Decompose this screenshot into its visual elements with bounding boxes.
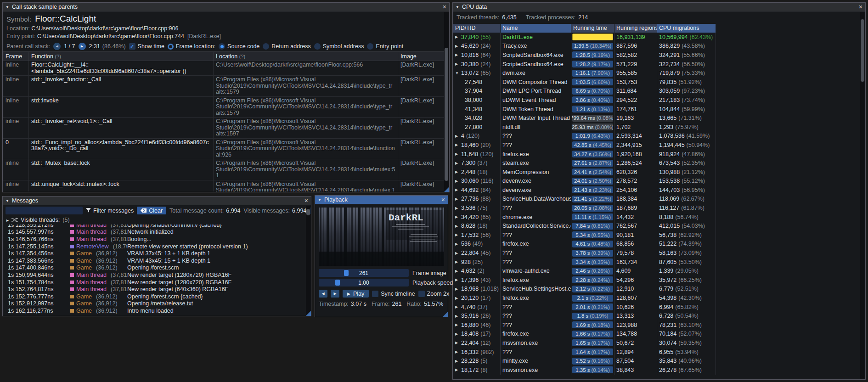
resize-grip[interactable] (443, 312, 448, 317)
radio-source-code[interactable]: Source code (219, 43, 259, 50)
expand-row-icon[interactable]: ▶ (455, 170, 461, 174)
cpu-row[interactable]: ▶7,300(37)steam.exe27.61 s(2.87%)1,286,5… (453, 158, 860, 168)
col-header-image[interactable]: Image (398, 52, 444, 61)
collapse-icon[interactable]: ▼ (6, 199, 9, 203)
cpu-row[interactable]: 34,028DWM Master Input Thread799.64 ms(0… (453, 113, 860, 123)
cpu-row[interactable]: ▶18,172(8)msvsmon.exe1.35 s(0.14%)38,843… (453, 365, 860, 375)
help-icon[interactable]: (?) (239, 54, 245, 59)
cpu-column-header[interactable]: Name (501, 24, 571, 33)
zoom-2x-checkbox[interactable]: Zoom 2x (418, 291, 450, 297)
collapse-icon[interactable]: ▼ (6, 5, 9, 9)
expand-row-icon[interactable]: ▶ (455, 224, 461, 228)
cpu-row[interactable]: 41,348DWM Token Thread1.21 s(0.13%)174,7… (453, 105, 860, 114)
expand-row-icon[interactable]: ▶ (455, 287, 461, 291)
cpu-row[interactable]: ▶16,332(982)???1.64 s(0.17%)12,8946,955(… (453, 348, 860, 357)
sync-timeline-checkbox[interactable]: Sync timeline (372, 291, 415, 297)
expand-row-icon[interactable]: ▶ (455, 215, 461, 219)
play-button[interactable]: ▶ Play (343, 290, 369, 298)
frame-image-slider[interactable]: 261 (319, 269, 409, 277)
cpu-row[interactable]: ▶10,816(64)ScriptedSandbox64.exe1:28.5(9… (453, 51, 860, 60)
resize-grip[interactable] (444, 187, 449, 192)
cpu-row[interactable]: ▶22,804(45)???3.78 s(0.39%)79,57858,163(… (453, 248, 860, 258)
message-row[interactable]: 1s 146,576,766nsMain thread(37,812)Booti… (3, 236, 306, 243)
expand-row-icon[interactable]: ▶ (455, 62, 461, 66)
expand-row-icon[interactable]: ▶ (455, 134, 461, 138)
cpu-row[interactable]: ▶11,648(120)firefox.exe34.27 s(3.56%)1,9… (453, 150, 860, 159)
show-time-checkbox[interactable]: ✓ Show time (129, 43, 164, 50)
callstack-frame-row[interactable]: inlinestd::_Invoker_functor::_CallC:\Pro… (3, 76, 444, 97)
callstack-frame-row[interactable]: inlinestd::_Mutex_base::lockC:\Program F… (3, 159, 444, 180)
cpu-row[interactable]: ▶34,420(65)chrome.exe11.11 s(1.15%)14,43… (453, 213, 860, 222)
cpu-row[interactable]: ▶17,396(43)firefox.exe2.28 s(0.24%)54,29… (453, 275, 860, 285)
cpu-row[interactable]: ▶45,620(24)Tracy.exe1:39.5(10.34%)887,59… (453, 42, 860, 51)
radio-entry-point[interactable]: Entry point (367, 43, 403, 50)
message-row[interactable]: 1s 162,116,277nsGame(36,912)Intro menu l… (3, 307, 306, 315)
expand-row-icon[interactable]: ▶ (455, 188, 461, 192)
message-filter-input[interactable] (6, 207, 83, 214)
expand-row-icon[interactable]: ▶ (455, 53, 461, 57)
col-header-location[interactable]: Location (?) (214, 52, 398, 61)
resize-grip[interactable] (306, 311, 311, 316)
col-header-function[interactable]: Function (?) (29, 52, 214, 61)
expand-row-icon[interactable]: ▶ (455, 260, 461, 264)
cpu-titlebar[interactable]: ▼ CPU data × (453, 3, 865, 11)
expand-row-icon[interactable]: ▶ (455, 359, 461, 363)
cpu-row[interactable]: ▶18,968(1,018)ServiceHub.SettingsHost.ex… (453, 285, 860, 294)
cpu-column-header[interactable]: PID/TID (453, 24, 501, 33)
callstack-frame-row[interactable]: inlineFloor::CalcLight::__l4::<lambda_5b… (3, 61, 444, 76)
cpu-column-header[interactable]: Running time (571, 24, 614, 33)
message-row[interactable]: 1s 145,557,997nsMain thread(37,812)Netwo… (3, 229, 306, 236)
message-row[interactable]: 1s 152,912,997nsGame(36,912)Opening /met… (3, 300, 306, 308)
messages-scrollbar[interactable] (306, 206, 310, 315)
cpu-row[interactable]: ▶8,628(18)StandardCollector.Service.e7.8… (453, 221, 860, 230)
cpu-column-header[interactable]: Running regions (614, 24, 657, 33)
cpu-row[interactable]: ▶17,532(56)???5.34 s(0.55%)90,18156,738(… (453, 230, 860, 240)
help-icon[interactable]: (?) (55, 54, 61, 59)
expand-row-icon[interactable]: ▶ (455, 314, 461, 318)
expand-row-icon[interactable]: ▶ (455, 233, 461, 237)
col-header-frame[interactable]: Frame (3, 52, 29, 61)
cpu-row[interactable]: ▶44,692(84)devenv.exe21.43 s(2.23%)254,1… (453, 185, 860, 195)
cpu-row[interactable]: 38,000uDWM Event Thread3.86 s(0.40%)294,… (453, 96, 860, 105)
playback-speed-slider[interactable]: 1.00 (319, 279, 409, 286)
collapse-row-icon[interactable]: ▼ (455, 71, 461, 75)
message-row[interactable]: 1s 128,355,272nsMain thread(37,812)Openi… (3, 225, 306, 229)
expand-row-icon[interactable]: ▶ (455, 323, 461, 327)
next-frame-button[interactable]: ▶ (331, 290, 339, 298)
expand-row-icon[interactable]: ▶ (455, 332, 461, 336)
expand-row-icon[interactable]: ▶ (455, 143, 461, 147)
cpu-row[interactable]: ▶37,840(55)DarkRL.exe16,931,13910,569,99… (453, 33, 860, 42)
message-row[interactable]: 1s 147,255,145nsRemoteView(18,796)Remote… (3, 243, 306, 250)
expand-row-icon[interactable]: ▶ (455, 206, 461, 210)
expand-row-icon[interactable]: ▶ (455, 197, 461, 201)
cpu-row[interactable]: ▶4,632(2)vmware-authd.exe2.46 s(0.26%)4,… (453, 266, 860, 275)
expand-row-icon[interactable]: ▶ (455, 44, 461, 48)
cpu-scrollbar[interactable] (860, 12, 865, 379)
radio-return-address[interactable]: Return address (263, 43, 310, 50)
expand-row-icon[interactable]: ▶ (455, 179, 461, 183)
cpu-row[interactable]: ▶18,408(17)firefox.exe1.66 s(0.17%)134,7… (453, 330, 860, 339)
scrollbar-thumb[interactable] (861, 19, 864, 82)
playback-titlebar[interactable]: ▼ Playback × (315, 196, 448, 204)
callstack-frame-row[interactable]: inlinestd::unique_lock<std::mutex>::lock… (3, 180, 444, 192)
messages-titlebar[interactable]: ▼ Messages × (3, 197, 311, 205)
cpu-row[interactable]: ▶16,880(46)???1.69 s(0.18%)123,98878,231… (453, 320, 860, 330)
cpu-row[interactable]: ▶22,404(12)msvsmon.exe1.65 s(0.17%)50,67… (453, 338, 860, 348)
prev-frame-button[interactable]: ◀ (319, 290, 327, 298)
scrollbar-thumb[interactable] (306, 209, 310, 215)
expand-row-icon[interactable]: ▶ (455, 161, 461, 165)
scrollbar-thumb[interactable] (445, 48, 448, 180)
callstack-frame-row[interactable]: inlinestd::invokeC:\Program Files (x86)\… (3, 97, 444, 118)
cpu-row[interactable]: ▶4,740(37)???2.01 s(0.21%)10,6266,994(65… (453, 303, 860, 312)
cpu-row[interactable]: 27,548DWM Compositor Thread1:03.5(6.60%)… (453, 78, 860, 87)
prev-parent-button[interactable]: ◀ (53, 43, 61, 50)
visible-threads-header[interactable]: ▸ Visible threads: (5) (3, 216, 311, 225)
cpu-row[interactable]: ▶35,916(26)???1.8 s(0.19%)13,3136,728(50… (453, 311, 860, 320)
radio-symbol-address[interactable]: Symbol address (314, 43, 364, 50)
cpu-row[interactable]: ▶30,060(116)devenv.exe24.01 s(2.50%)278,… (453, 177, 860, 186)
cpu-row[interactable]: ▶28,228(5)mintty.exe1.52 s(0.16%)87,5043… (453, 356, 860, 365)
close-icon[interactable]: × (443, 5, 446, 9)
next-parent-button[interactable]: ▶ (79, 43, 86, 50)
callstack-scrollbar[interactable] (444, 12, 449, 191)
cpu-row[interactable]: ▶27,736(88)ServiceHub.DataWarehouse21.41… (453, 195, 860, 204)
